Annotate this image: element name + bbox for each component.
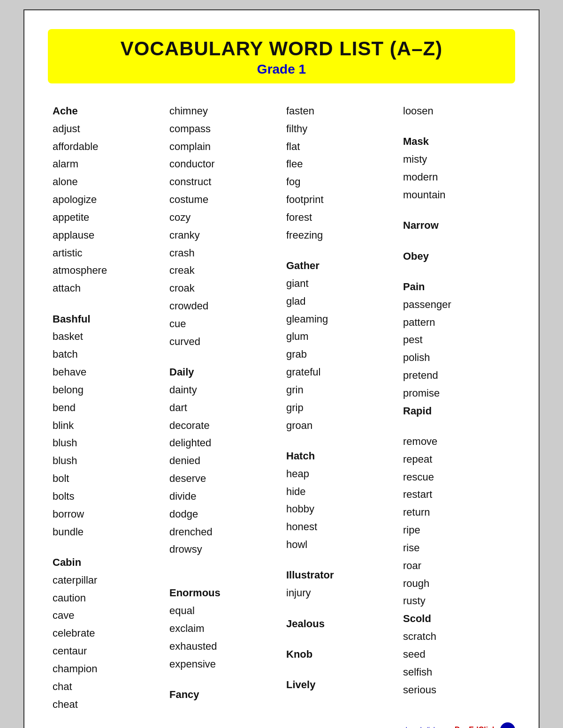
list-item bbox=[169, 673, 277, 686]
column-1: Acheadjustaffordablealarmaloneapologizea… bbox=[48, 102, 165, 713]
list-item: champion bbox=[53, 660, 160, 678]
list-item: grab bbox=[286, 345, 394, 363]
list-item: chat bbox=[53, 678, 160, 696]
list-item: cranky bbox=[169, 226, 277, 244]
list-item: hide bbox=[286, 483, 394, 501]
list-item: attach bbox=[53, 279, 160, 297]
header-box: VOCABULARY WORD LIST (A–Z) Grade 1 bbox=[48, 29, 515, 83]
list-item: Obey bbox=[403, 248, 510, 265]
list-item: rise bbox=[403, 539, 510, 557]
list-item: grateful bbox=[286, 363, 394, 381]
list-item: Pain bbox=[403, 278, 510, 296]
column-4: loosenMaskmistymodernmountainNarrowObeyP… bbox=[398, 102, 515, 713]
list-item: blush bbox=[53, 452, 160, 470]
list-item: bolts bbox=[53, 488, 160, 505]
list-item: curved bbox=[169, 333, 277, 351]
list-item: glad bbox=[286, 293, 394, 310]
list-item: atmosphere bbox=[53, 262, 160, 279]
list-item: freezing bbox=[286, 226, 394, 244]
list-item: caution bbox=[53, 589, 160, 607]
list-item: fasten bbox=[286, 102, 394, 120]
list-item: decorate bbox=[169, 417, 277, 435]
list-item bbox=[169, 558, 277, 571]
footer-link[interactable]: www.deped-click.com bbox=[388, 726, 451, 728]
list-item: drowsy bbox=[169, 540, 277, 558]
header-subtitle: Grade 1 bbox=[57, 62, 506, 77]
list-item: delighted bbox=[169, 434, 277, 452]
list-item: cozy bbox=[169, 209, 277, 226]
list-item: crash bbox=[169, 244, 277, 262]
list-item: ripe bbox=[403, 521, 510, 539]
list-item: gleaming bbox=[286, 310, 394, 328]
list-item: Daily bbox=[169, 363, 277, 381]
list-item: selfish bbox=[403, 663, 510, 681]
list-item: Fancy bbox=[169, 686, 277, 704]
footer-brand: DepEdClick bbox=[455, 726, 496, 728]
list-item: belong bbox=[53, 381, 160, 399]
list-item bbox=[53, 540, 160, 554]
list-item: expensive bbox=[169, 655, 277, 673]
list-item: Gather bbox=[286, 257, 394, 275]
list-item: Bashful bbox=[53, 310, 160, 328]
list-item: filthy bbox=[286, 120, 394, 138]
list-item: Enormous bbox=[169, 584, 277, 602]
list-item: scratch bbox=[403, 628, 510, 645]
list-item: blush bbox=[53, 434, 160, 452]
list-item bbox=[286, 434, 394, 447]
list-item: misty bbox=[403, 150, 510, 168]
list-item: flat bbox=[286, 138, 394, 156]
list-item: affordable bbox=[53, 138, 160, 156]
list-item: Ache bbox=[53, 102, 160, 120]
list-item: Scold bbox=[403, 610, 510, 628]
list-item: Knob bbox=[286, 645, 394, 663]
list-item: grip bbox=[286, 399, 394, 417]
list-item: denied bbox=[169, 452, 277, 470]
list-item bbox=[286, 632, 394, 645]
list-item: borrow bbox=[53, 505, 160, 523]
list-item: Rapid bbox=[403, 402, 510, 420]
list-item: Cabin bbox=[53, 554, 160, 571]
list-item: grin bbox=[286, 381, 394, 399]
list-item: footprint bbox=[286, 191, 394, 209]
list-item: roar bbox=[403, 557, 510, 575]
list-item bbox=[403, 120, 510, 133]
list-item: centaur bbox=[53, 642, 160, 660]
list-item: honest bbox=[286, 518, 394, 536]
list-item: caterpillar bbox=[53, 571, 160, 589]
page: VOCABULARY WORD LIST (A–Z) Grade 1 Achea… bbox=[23, 9, 540, 728]
list-item: apologize bbox=[53, 191, 160, 209]
list-item: compass bbox=[169, 120, 277, 138]
list-item: modern bbox=[403, 168, 510, 186]
list-item: dodge bbox=[169, 505, 277, 523]
list-item: polish bbox=[403, 349, 510, 367]
list-item: hobby bbox=[286, 500, 394, 518]
list-item: divide bbox=[169, 488, 277, 505]
header-title: VOCABULARY WORD LIST (A–Z) bbox=[57, 38, 506, 60]
list-item: crowded bbox=[169, 297, 277, 315]
list-item: Hatch bbox=[286, 447, 394, 465]
list-item: costume bbox=[169, 191, 277, 209]
list-item: conductor bbox=[169, 155, 277, 173]
list-item: dainty bbox=[169, 381, 277, 399]
list-item: loosen bbox=[403, 102, 510, 120]
list-item: promise bbox=[403, 384, 510, 402]
list-item: Mask bbox=[403, 133, 510, 150]
list-item: equal bbox=[169, 602, 277, 620]
list-item bbox=[286, 244, 394, 257]
list-item: dart bbox=[169, 399, 277, 417]
list-item: injury bbox=[286, 584, 394, 602]
list-item: bolt bbox=[53, 470, 160, 488]
list-item: creak bbox=[169, 262, 277, 279]
list-item: glum bbox=[286, 328, 394, 345]
list-item: construct bbox=[169, 173, 277, 191]
list-item: Narrow bbox=[403, 217, 510, 234]
list-item: rusty bbox=[403, 592, 510, 610]
list-item: passenger bbox=[403, 296, 510, 314]
column-3: fastenfilthyflatfleefogfootprintforestfr… bbox=[282, 102, 398, 713]
list-item: seed bbox=[403, 645, 510, 663]
list-item: cave bbox=[53, 607, 160, 624]
list-item: blink bbox=[53, 417, 160, 435]
list-item: Jealous bbox=[286, 615, 394, 633]
list-item bbox=[286, 663, 394, 676]
list-item: appetite bbox=[53, 209, 160, 226]
